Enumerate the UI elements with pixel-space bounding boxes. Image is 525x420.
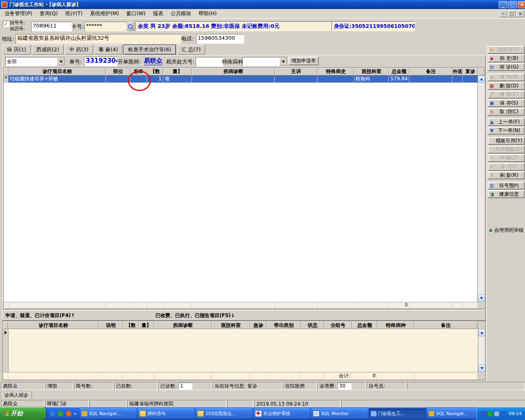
tab-4[interactable]: 毒 麻(4) [94, 45, 123, 55]
taskbar-task[interactable]: SQL Navigat... [80, 409, 137, 419]
tab-5[interactable]: 检查手术治疗等(6) [123, 45, 176, 55]
tab-2[interactable]: 西成药(2) [32, 45, 64, 55]
menu-item-4[interactable]: 系统维护(M) [86, 9, 123, 18]
mdi-close-button[interactable]: × [516, 10, 524, 17]
delete-button[interactable]: ▦删 除(D) [488, 82, 525, 90]
save-button[interactable]: ▣保 存(S) [488, 99, 525, 107]
waiting-list-button[interactable]: ▤候 诊(G) [488, 63, 525, 71]
tab-patient-visit[interactable]: 诊病人就诊 [1, 391, 32, 399]
next-order-icon: ▼ [489, 128, 495, 133]
refresh-icon: ! [489, 173, 495, 178]
health-info-icon: ◨ [489, 192, 495, 196]
tab-1[interactable]: 病 历(1) [2, 45, 31, 55]
menu-item-5[interactable]: 窗口(W) [123, 9, 149, 18]
next-order-button[interactable]: ▼下一单(N) [488, 127, 525, 135]
media-player-icon[interactable] [66, 411, 72, 417]
checkbox-checked-icon[interactable]: ✓ [3, 21, 9, 27]
bottom-empty-panel [89, 400, 126, 408]
current-reg-label: 当前挂号信息: [215, 383, 246, 390]
total-carry [267, 372, 301, 379]
minimize-button[interactable]: _ [499, 1, 507, 8]
status-doctor-title: 住院医师 [283, 382, 317, 390]
address-input[interactable]: 福建省惠安县东岭镇许山头村梁坑32号 [16, 34, 181, 44]
cancel-button[interactable]: ×取 消(C) [488, 108, 525, 116]
reverse-charge-button[interactable]: !冲 销(Z) [488, 154, 525, 162]
drug-review-link[interactable]: ♣ 合理用药审核 [488, 227, 524, 234]
refresh-button[interactable]: !刷 新(R) [488, 171, 525, 179]
network-icon[interactable] [501, 411, 506, 416]
related-rx-input[interactable] [196, 57, 224, 67]
footer-specimen [130, 302, 147, 308]
task-label: 肺科语句 [148, 411, 166, 417]
next-order-label: 下一单(N) [495, 127, 523, 134]
previous-order-button[interactable]: ▲上一单(F) [488, 118, 525, 126]
phone-input[interactable]: 15980534300 [196, 34, 244, 44]
card-lookup-button[interactable] [126, 22, 134, 30]
health-info-button[interactable]: ◨健康信息 [488, 190, 525, 198]
chevron-down-icon[interactable] [57, 57, 65, 66]
total-remark [414, 372, 477, 379]
vertical-scrollbar[interactable] [478, 329, 485, 372]
chevron-down-icon[interactable] [279, 57, 287, 66]
scroll-down-button[interactable] [478, 365, 485, 372]
medical-history-button[interactable]: ◆病 史(B) [488, 55, 525, 62]
taskbar-task[interactable]: 门诊医生工... [369, 409, 426, 419]
card-no-input[interactable]: ****** [84, 22, 128, 32]
document-tab-row: 诊病人就诊 [0, 390, 525, 399]
mdi-restore-button[interactable]: □ [508, 10, 516, 17]
finish-visit-button[interactable]: ✓诊 结(I) [488, 163, 525, 171]
add-request-button[interactable]: 增加申请单 [288, 57, 319, 65]
taskbar-task[interactable]: 后台维护系统 [253, 409, 310, 419]
section-divider-bar: 申请、疑退、已计价项目(F4)↑ 已收费、已执行、已报告项目(F5)↓ [2, 310, 486, 321]
record-no-input[interactable]: 7089611 [31, 22, 72, 32]
edit-label: 修 改(E) [495, 91, 523, 98]
scroll-up-button[interactable] [478, 75, 485, 83]
record-no-label: 病历号: [10, 26, 25, 32]
status-green-icon[interactable] [488, 411, 493, 416]
status-bar-top: 易联众 增加 限号数: 已挂数: 已诊数: 1 当前挂号信息: 复诊 住院医师 … [0, 381, 525, 390]
taskbar-task[interactable]: 103住院医生... [196, 409, 252, 419]
template-save-button[interactable]: 另存模板(O) [488, 146, 525, 153]
browser-icon[interactable] [49, 411, 55, 417]
menu-item-3[interactable]: 统计(T) [62, 9, 86, 18]
show-desktop-icon[interactable] [57, 411, 64, 417]
scroll-down-button[interactable] [478, 294, 485, 302]
transfer-registration-label: 转挂号(Y) [495, 46, 523, 53]
bottom-hospital: 福建省福州肺科医院 [127, 400, 226, 408]
edit-button[interactable]: ╱修 改(E) [488, 91, 525, 98]
menu-item-7[interactable]: 公共模块 [167, 9, 195, 18]
start-button[interactable]: 开始 [0, 407, 46, 420]
taskbar-task[interactable]: 肺科语句 [138, 409, 194, 419]
mdi-minimize-button[interactable]: − [499, 10, 507, 17]
special-disease-select[interactable] [242, 57, 288, 66]
menu-item-1[interactable]: 业务管理(P) [1, 9, 36, 18]
column-header: 【数 [123, 322, 139, 329]
table-row[interactable]: *结核菌快速培养+药敏1项检验科579.84 [4, 75, 478, 83]
order-no-value: 33192304 [84, 57, 118, 66]
tab-3[interactable]: 中 药(3) [65, 45, 93, 55]
transfer-registration-button[interactable]: ≫转挂号(Y) [488, 46, 525, 54]
close-button[interactable]: × [518, 1, 525, 8]
volume-icon[interactable] [494, 411, 499, 416]
menu-item-8[interactable]: 帮助(H) [195, 9, 220, 18]
tab-6[interactable]: 汇 总(7) [177, 45, 205, 55]
vertical-scrollbar[interactable] [477, 75, 484, 302]
input-method-icon[interactable] [481, 411, 486, 416]
cell-specimen [130, 75, 147, 83]
scope-select[interactable]: 全部 [5, 57, 65, 66]
maximize-button[interactable]: □ [508, 1, 517, 8]
row-selector-header [4, 68, 9, 75]
template-apply-button[interactable]: 模板引用(Y) [488, 137, 525, 145]
quick-launch-overflow-icon[interactable]: » [74, 411, 77, 416]
menu-item-6[interactable]: 报表 [149, 9, 167, 18]
appointment-button[interactable]: ▥挂号预约 [488, 182, 525, 189]
refresh-label: 刷 新(R) [495, 172, 523, 179]
footer-complaint [275, 302, 317, 308]
clock[interactable]: 09:24 [509, 411, 522, 416]
add-button[interactable]: +增 加(A) [488, 73, 525, 81]
taskbar-task[interactable]: SQL Navigat... [427, 409, 477, 419]
scroll-up-button[interactable] [478, 329, 485, 336]
taskbar-task[interactable]: SQL Monitor [311, 409, 368, 419]
pending-items-header: 申请、疑退、已计价项目(F4)↑ [5, 312, 75, 319]
menu-item-2[interactable]: 查询(Q) [36, 9, 62, 18]
